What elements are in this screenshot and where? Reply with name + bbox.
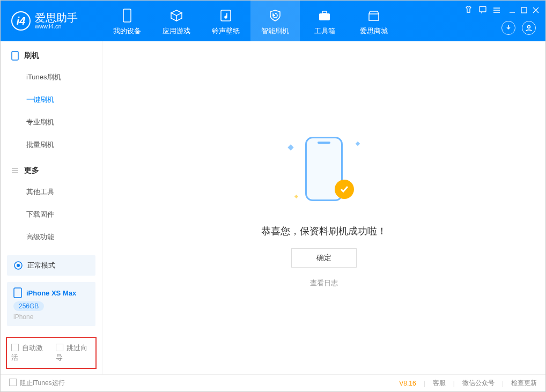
refresh-shield-icon [268,8,283,23]
svg-rect-3 [322,11,327,13]
tab-toolbox[interactable]: 工具箱 [300,1,349,41]
svg-rect-7 [12,51,18,60]
header: i4 爱思助手 www.i4.cn 我的设备 应用游戏 铃声壁纸 智能刷机 [1,1,545,41]
mode-indicator[interactable]: 正常模式 [7,255,95,276]
tab-label: 铃声壁纸 [212,26,240,36]
sidebar-item-other-tools[interactable]: 其他工具 [1,181,102,203]
sidebar-item-batch-flash[interactable]: 批量刷机 [1,134,102,156]
svg-rect-10 [14,288,21,298]
footer-link-update[interactable]: 检查更新 [511,379,537,388]
success-message: 恭喜您，保资料刷机成功啦！ [261,225,387,238]
header-tabs: 我的设备 应用游戏 铃声壁纸 智能刷机 工具箱 爱思商城 [102,1,399,41]
device-icon [120,8,135,23]
checkmark-badge-icon [335,180,354,199]
sparkle-icon [294,194,298,198]
sidebar: 刷机 iTunes刷机 一键刷机 专业刷机 批量刷机 更多 其他工具 下载固件 … [1,41,102,374]
tab-smart-flash[interactable]: 智能刷机 [250,1,300,41]
user-icon[interactable] [522,21,536,35]
version-label: V8.16 [399,380,416,387]
close-icon[interactable] [533,6,539,15]
minimize-icon[interactable] [509,6,515,15]
svg-rect-1 [221,10,231,21]
tab-label: 爱思商城 [360,26,388,36]
view-log-link[interactable]: 查看日志 [310,278,338,288]
menu-icon[interactable] [493,6,500,15]
mode-icon [13,261,23,270]
checkbox-block-itunes[interactable]: 阻止iTunes运行 [9,379,65,388]
svg-rect-0 [123,9,131,22]
app-name: 爱思助手 [35,12,78,23]
checkbox-skip-wizard[interactable]: 跳过向导 [56,343,92,363]
app-url: www.i4.cn [35,23,78,29]
window-controls [464,6,539,15]
tab-label: 工具箱 [314,26,335,36]
tab-my-device[interactable]: 我的设备 [102,1,152,41]
tab-ringtones-wallpapers[interactable]: 铃声壁纸 [201,1,250,41]
app-window: i4 爱思助手 www.i4.cn 我的设备 应用游戏 铃声壁纸 智能刷机 [0,0,546,392]
tshirt-icon[interactable] [464,6,473,15]
toolbox-icon [317,8,332,23]
tab-apps-games[interactable]: 应用游戏 [152,1,201,41]
sidebar-item-advanced[interactable]: 高级功能 [1,226,102,248]
checkbox-label: 阻止iTunes运行 [20,379,65,387]
cube-icon [169,8,184,23]
success-illustration [281,128,367,214]
device-storage: 256GB [13,301,44,311]
header-round-buttons [501,21,536,35]
sidebar-section-flash: 刷机 [1,41,102,66]
sidebar-item-download-firmware[interactable]: 下载固件 [1,203,102,226]
highlighted-checkbox-row: 自动激活 跳过向导 [6,337,97,369]
mode-label: 正常模式 [27,261,55,270]
svg-rect-5 [521,8,527,13]
ok-button[interactable]: 确定 [291,248,357,268]
svg-rect-2 [319,13,330,20]
logo-icon: i4 [11,11,31,31]
tab-label: 智能刷机 [261,26,289,36]
tab-label: 我的设备 [113,26,141,36]
footer-link-wechat[interactable]: 微信公众号 [462,379,495,388]
tab-store[interactable]: 爱思商城 [349,1,399,41]
download-icon[interactable] [501,21,515,35]
maximize-icon[interactable] [521,6,527,15]
sidebar-item-pro-flash[interactable]: 专业刷机 [1,111,102,134]
device-name: iPhone XS Max [26,289,76,297]
sidebar-section-more: 更多 [1,156,102,181]
svg-point-9 [17,264,20,267]
logo: i4 爱思助手 www.i4.cn [1,11,102,31]
section-title: 更多 [24,166,39,175]
tab-label: 应用游戏 [163,26,190,36]
phone-icon [11,51,19,61]
svg-point-6 [528,26,530,28]
music-note-icon [218,8,233,23]
device-phone-icon [13,287,22,298]
device-info[interactable]: iPhone XS Max 256GB iPhone [7,282,95,326]
svg-rect-4 [479,6,486,12]
list-icon [11,167,19,174]
sidebar-item-itunes-flash[interactable]: iTunes刷机 [1,66,102,88]
sparkle-icon [356,141,360,145]
checkbox-auto-activate[interactable]: 自动激活 [11,343,47,363]
sparkle-icon [287,144,293,150]
main-content: 恭喜您，保资料刷机成功啦！ 确定 查看日志 [102,41,545,374]
sidebar-item-oneclick-flash[interactable]: 一键刷机 [1,88,102,111]
section-title: 刷机 [24,51,39,61]
store-icon [366,8,381,23]
device-type: iPhone [13,313,89,321]
footer-link-support[interactable]: 客服 [433,379,446,388]
feedback-icon[interactable] [479,6,486,15]
footer: 阻止iTunes运行 V8.16 | 客服 | 微信公众号 | 检查更新 [1,374,545,391]
